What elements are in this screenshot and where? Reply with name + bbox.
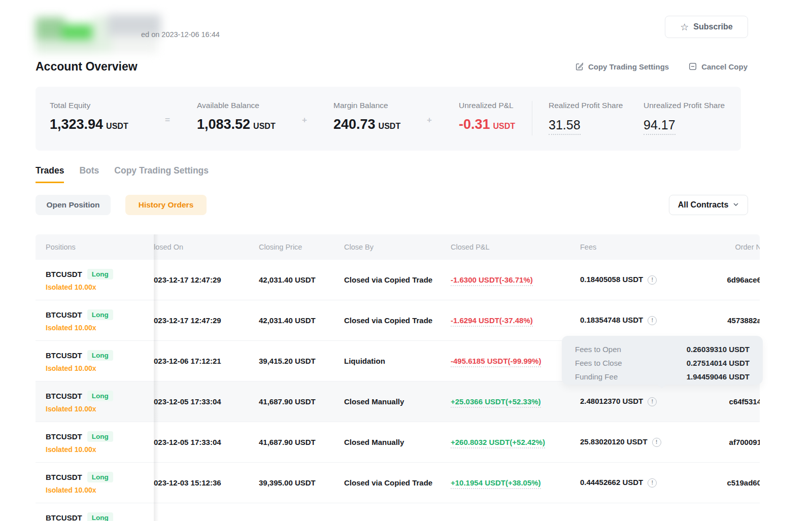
chevron-down-icon	[733, 200, 739, 210]
overview-actions: Copy Trading Settings Cancel Copy	[575, 62, 748, 71]
stats-divider	[532, 101, 532, 135]
info-icon[interactable]	[648, 316, 657, 325]
header-closed-pnl: Closed P&L	[451, 243, 580, 251]
closing-price-cell: 39,395.00 USDT	[259, 478, 344, 487]
copy-trading-account-page: ed on 2023-12-06 16:44 ☆ Subscribe Accou…	[0, 0, 812, 521]
fees-value: 25.83020120 USDT	[580, 437, 648, 446]
copy-trading-settings-label: Copy Trading Settings	[588, 62, 669, 71]
margin-leverage: Isolated 10.00x	[46, 324, 154, 332]
equals-operator: =	[165, 115, 170, 125]
stat-value[interactable]: 31.58	[549, 118, 581, 135]
closed-pnl-value[interactable]: -1.6300 USDT(-36.71%)	[451, 275, 533, 286]
header-positions: Positions	[36, 243, 154, 251]
close-by-cell: Liquidation	[344, 357, 451, 365]
tab-trades[interactable]: Trades	[36, 165, 64, 183]
subscribe-button[interactable]: ☆ Subscribe	[665, 16, 748, 38]
order-no-cell: 4573882a	[710, 316, 760, 325]
close-by-cell: Closed Manually	[344, 438, 451, 446]
side-badge: Long	[87, 350, 113, 361]
margin-leverage: Isolated 10.00x	[46, 486, 154, 494]
closed-pnl-cell: -1.6294 USDT(-37.48%)	[451, 316, 580, 325]
stat-available-balance: Available Balance 1,083.52USDT	[197, 101, 276, 132]
fees-tooltip: Fees to Open 0.26039310 USDT Fees to Clo…	[562, 336, 763, 385]
open-position-button[interactable]: Open Position	[36, 195, 111, 215]
stat-value: -0.31USDT	[459, 117, 515, 132]
closed-pnl-value[interactable]: +260.8032 USDT(+52.42%)	[451, 438, 545, 448]
copied-on-text: ed on 2023-12-06 16:44	[141, 30, 220, 39]
stat-label: Total Equity	[50, 101, 128, 110]
tooltip-arrow	[657, 384, 666, 389]
edit-icon	[575, 62, 584, 71]
fees-cell: 2.48012370 USDT	[580, 397, 710, 406]
stat-unrealized-profit-share: Unrealized Profit Share 94.17	[644, 101, 725, 135]
closed-on-cell: 023-12-03 15:12:36	[154, 478, 259, 487]
close-by-cell: Closed via Copied Trade	[344, 478, 451, 487]
history-orders-button[interactable]: History Orders	[125, 195, 207, 215]
closed-pnl-value[interactable]: +25.0366 USDT(+52.33%)	[451, 397, 541, 408]
tooltip-value: 0.26039310 USDT	[687, 342, 750, 356]
position-cell: BTCUSDTLong Isolated 10.00x	[36, 472, 154, 494]
side-badge: Long	[87, 309, 113, 320]
symbol: BTCUSDT	[46, 473, 82, 481]
info-icon[interactable]	[648, 397, 657, 406]
tooltip-value: 0.27514014 USDT	[687, 356, 750, 370]
stat-label: Available Balance	[197, 101, 276, 110]
stat-label: Margin Balance	[333, 101, 400, 110]
position-cell: BTCUSDTLong Isolated 10.00x	[36, 431, 154, 454]
stat-label: Unrealized P&L	[459, 101, 515, 110]
contracts-dropdown[interactable]: All Contracts	[669, 195, 748, 215]
symbol: BTCUSDT	[46, 270, 82, 279]
fees-cell: 0.18405058 USDT	[580, 275, 710, 285]
closed-pnl-value[interactable]: -1.6294 USDT(-37.48%)	[451, 316, 533, 327]
table-row: BTCUSDTLong Isolated 10.00x 023-12-17 12…	[36, 300, 760, 341]
closed-on-cell: 023-12-05 17:33:04	[154, 397, 259, 406]
closed-pnl-value[interactable]: -495.6185 USDT(-99.99%)	[451, 357, 541, 367]
table-row: BTCUSDTLong Isolated 10.00x 023-12-05 17…	[36, 381, 760, 422]
tooltip-row: Funding Fee 1.94459046 USDT	[575, 370, 750, 384]
header-closed-on: losed On	[154, 243, 259, 251]
plus-operator: +	[302, 115, 307, 125]
copy-trading-settings-button[interactable]: Copy Trading Settings	[575, 62, 669, 71]
cancel-copy-button[interactable]: Cancel Copy	[688, 62, 748, 71]
position-cell: BTCUSDTLong Isolated 10.00x	[36, 309, 154, 332]
order-no-cell: c64f5314	[710, 397, 760, 406]
table-row: BTCUSDTLong Isolated 10.00x 023-12-05 17…	[36, 422, 760, 463]
tooltip-row: Fees to Close 0.27514014 USDT	[575, 356, 750, 370]
closing-price-cell: 41,687.90 USDT	[259, 397, 344, 406]
closed-pnl-cell: +25.0366 USDT(+52.33%)	[451, 397, 580, 406]
info-icon[interactable]	[652, 438, 661, 447]
main-tabs: Trades Bots Copy Trading Settings	[36, 165, 209, 183]
info-icon[interactable]	[648, 275, 657, 285]
fees-value: 0.18405058 USDT	[580, 275, 643, 284]
tab-copy-trading-settings[interactable]: Copy Trading Settings	[114, 165, 209, 183]
margin-leverage: Isolated 10.00x	[46, 283, 154, 291]
closed-on-cell: 023-12-06 17:12:21	[154, 357, 259, 365]
closed-pnl-cell: +10.1954 USDT(+38.05%)	[451, 478, 580, 487]
closed-pnl-value[interactable]: +10.1954 USDT(+38.05%)	[451, 478, 541, 489]
tooltip-label: Fees to Open	[575, 342, 621, 356]
tab-bots[interactable]: Bots	[79, 165, 99, 183]
table-row: BTCUSDTLong Isolated 10.00x 023-12-03 15…	[36, 463, 760, 503]
info-icon[interactable]	[648, 478, 657, 488]
closed-pnl-cell: -495.6185 USDT(-99.99%)	[451, 357, 580, 365]
table-header-row: Positions losed On Closing Price Close B…	[36, 234, 760, 260]
order-no-cell: c519ad60	[710, 478, 760, 487]
position-cell: BTCUSDTLong Isolated 10.00x	[36, 350, 154, 372]
header-fees: Fees	[580, 243, 710, 251]
stat-label: Realized Profit Share	[549, 101, 623, 110]
closing-price-cell: 41,687.90 USDT	[259, 438, 344, 446]
stat-value[interactable]: 94.17	[644, 118, 675, 135]
tooltip-value: 1.94459046 USDT	[687, 370, 750, 384]
side-badge: Long	[87, 391, 113, 401]
table-row: BTCUSDTLong Isolated 10.00x	[36, 503, 760, 521]
fees-cell: 0.44452662 USDT	[580, 478, 710, 488]
contracts-dropdown-value: All Contracts	[678, 200, 729, 210]
close-by-cell: Closed Manually	[344, 397, 451, 406]
closing-price-cell: 39,415.20 USDT	[259, 357, 344, 365]
margin-leverage: Isolated 10.00x	[46, 405, 154, 413]
side-badge: Long	[87, 472, 113, 482]
stat-realized-profit-share: Realized Profit Share 31.58	[549, 101, 623, 135]
fees-cell: 25.83020120 USDT	[580, 437, 710, 447]
position-cell: BTCUSDTLong Isolated 10.00x	[36, 269, 154, 291]
fees-value: 0.44452662 USDT	[580, 478, 643, 487]
